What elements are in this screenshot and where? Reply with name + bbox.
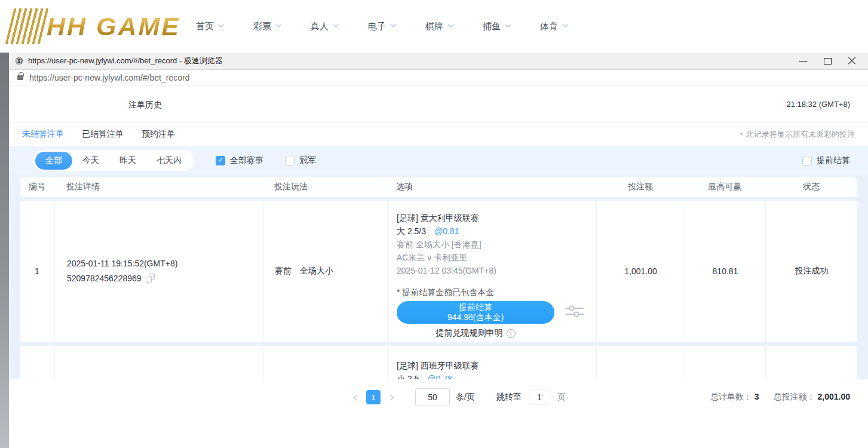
totals: 总计单数：3 总投注额：2,001.00 [710,379,850,415]
bet-status: 投注成功 [765,201,857,342]
copy-icon[interactable] [146,274,155,283]
match-time: 2025-01-12 03:45(GMT+8) [397,264,596,277]
info-icon [507,329,516,338]
logo-text: HH GAME [47,12,180,41]
table-row: 1 2025-01-11 19:15:52(GMT+8) 52097824562… [20,201,857,342]
total-amount-value: 2,001.00 [818,392,851,401]
all-events-checkbox[interactable]: 全部赛事 [216,155,263,166]
chevron-down-icon [391,22,397,28]
jump-page-input[interactable] [529,389,550,405]
tab-reserved[interactable]: 预约注单 [142,129,175,140]
minimize-button[interactable] [799,57,807,65]
header-option: 选项 [387,182,596,192]
chevron-down-icon [563,22,569,28]
play-phase: 赛前 [275,266,292,277]
table-header-row: 编号 投注详情 投注玩法 选项 投注额 最高可赢 状态 [20,177,857,197]
bet-id: 5209782456228969 [67,274,142,283]
page-header: 注单历史 21:18:32 (GMT+8) [9,85,868,122]
unsettled-note: 此记录将显示所有未派彩的投注 [740,129,855,140]
site-logo[interactable]: HH GAME [10,6,180,47]
cashout-button[interactable]: 提前结算 944.98(含本金) [397,301,554,324]
filter-yesterday-button[interactable]: 昨天 [109,152,146,170]
row-number: 1 [20,201,54,342]
total-count-value: 3 [754,392,759,401]
odds: @0.81 [434,226,459,236]
filter-7days-button[interactable]: 七天内 [146,152,192,170]
max-win: 810.81 [685,201,765,342]
nav-item-slots[interactable]: 电子 [368,21,395,32]
selection: 大 2.5/3 [397,226,426,236]
bet-amount: 1,001.00 [596,201,685,342]
header-amount: 投注额 [596,182,685,192]
option-cell: [足球] 意大利甲级联赛 大 2.5/3@0.81 赛前 全场大小 [香港盘] … [387,201,596,342]
maximize-button[interactable] [823,57,832,65]
checkbox-unchecked-icon [802,156,812,165]
logo-bars-icon [5,8,49,44]
bet-details-cell: 2025-01-11 19:15:52(GMT+8) 5209782456228… [54,201,263,342]
cashout-note: * 提前结算金额已包含本金 [397,286,596,299]
chevron-down-icon [219,22,225,28]
sliders-icon[interactable] [564,303,585,320]
browser-title-bar: https://user-pc-new.jylywl.com/#/bet_rec… [9,53,868,70]
nav-item-live[interactable]: 真人 [311,21,338,32]
url-text: https://user-pc-new.jylywl.com/#/bet_rec… [29,73,189,82]
total-count-label: 总计单数： [710,392,752,401]
nav-item-cards[interactable]: 棋牌 [425,21,453,32]
site-header: HH GAME 首页 彩票 真人 电子 棋牌 捕鱼 体育 [0,0,868,53]
header-no: 编号 [20,182,54,192]
nav-item-sports[interactable]: 体育 [540,21,568,32]
total-amount-label: 总投注额： [774,392,815,401]
header-status: 状态 [765,182,857,192]
page-size-input[interactable] [415,388,450,406]
match-teams: AC米兰 v 卡利亚里 [397,251,596,264]
header-max-win: 最高可赢 [685,182,765,192]
checkbox-unchecked-icon [285,156,295,165]
lock-icon [17,75,23,80]
date-filter-group: 全部 今天 昨天 七天内 [33,150,194,171]
close-button[interactable] [848,57,856,65]
nav-item-lottery[interactable]: 彩票 [253,21,281,32]
nav-item-fishing[interactable]: 捕鱼 [483,21,510,32]
play-type-cell: 赛前全场大小 [263,201,387,342]
globe-icon [15,57,23,65]
chevron-down-icon [448,22,454,28]
per-page-label: 条/页 [456,392,475,403]
league: [足球] 西班牙甲级联赛 [397,359,596,372]
filter-bar: 全部 今天 昨天 七天内 全部赛事 冠军 提前结算 [9,146,868,174]
checkbox-checked-icon [216,156,225,165]
window-title: https://user-pc-new.jylywl.com/#/bet_rec… [28,56,223,66]
address-bar[interactable]: https://user-pc-new.jylywl.com/#/bet_rec… [9,70,868,85]
league: [足球] 意大利甲级联赛 [397,211,596,225]
browser-window: https://user-pc-new.jylywl.com/#/bet_rec… [9,53,868,448]
window-controls [799,57,862,65]
bet-time: 2025-01-11 19:15:52(GMT+8) [67,256,263,271]
filter-today-button[interactable]: 今天 [72,152,109,170]
header-play-type: 投注玩法 [263,182,387,192]
nav-item-home[interactable]: 首页 [196,21,223,32]
prev-page-icon[interactable] [348,390,364,404]
champion-checkbox[interactable]: 冠军 [285,155,316,166]
chevron-down-icon [276,22,282,28]
pagination-bar: 1 条/页 跳转至 页 总计单数：3 总投注额：2,001.00 [9,379,868,415]
page-1-button[interactable]: 1 [366,390,381,404]
cashout-rules-link[interactable]: 提前兑现规则申明 [397,328,554,339]
tabs-row: 未结算注单 已结算注单 预约注单 此记录将显示所有未派彩的投注 [9,122,868,146]
jump-to-label: 跳转至 [496,392,522,403]
header-details: 投注详情 [54,182,263,192]
page-unit-label: 页 [557,392,566,403]
chevron-down-icon [505,22,511,28]
play-market: 全场大小 [300,266,333,277]
bet-record-page: 注单历史 21:18:32 (GMT+8) 未结算注单 已结算注单 预约注单 此… [9,85,868,415]
main-nav: 首页 彩票 真人 电子 棋牌 捕鱼 体育 [196,0,568,53]
tab-settled[interactable]: 已结算注单 [82,129,124,140]
market-info: 赛前 全场大小 [香港盘] [397,238,596,251]
current-time: 21:18:32 (GMT+8) [786,100,850,109]
pager: 1 条/页 跳转至 页 [348,388,566,406]
tab-unsettled[interactable]: 未结算注单 [22,129,64,140]
background-page-edge [0,53,9,448]
chevron-down-icon [333,22,339,28]
early-settle-checkbox[interactable]: 提前结算 [802,155,850,166]
filter-all-button[interactable]: 全部 [35,152,72,170]
next-page-icon[interactable] [383,390,398,404]
page-title: 注单历史 [128,100,162,111]
